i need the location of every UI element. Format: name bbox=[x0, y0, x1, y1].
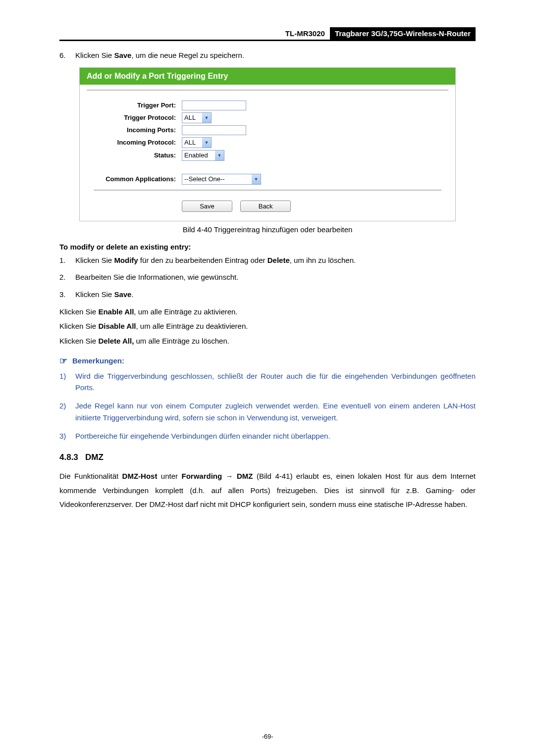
back-button[interactable]: Back bbox=[240, 201, 291, 212]
status-select[interactable]: Enabled ▼ bbox=[182, 150, 224, 161]
common-apps-value: --Select One-- bbox=[182, 175, 252, 183]
modify-heading: To modify or delete an existing entry: bbox=[59, 243, 476, 251]
dmz-paragraph: Die Funktionalität DMZ-Host unter Forwar… bbox=[59, 469, 476, 512]
row-status: Status: Enabled ▼ bbox=[87, 150, 448, 161]
step-6: 6. Klicken Sie Save, um die neue Regel z… bbox=[59, 50, 476, 61]
trigger-protocol-value: ALL bbox=[182, 114, 202, 121]
incoming-protocol-value: ALL bbox=[182, 139, 202, 146]
page-number: -69- bbox=[0, 733, 535, 740]
row-incoming-protocol: Incoming Protocol: ALL ▼ bbox=[87, 137, 448, 148]
figure-caption: Bild 4-40 Triggereintrag hinzufügen oder… bbox=[59, 225, 476, 234]
label-status: Status: bbox=[87, 151, 182, 159]
row-trigger-port: Trigger Port: bbox=[87, 101, 448, 110]
label-trigger-port: Trigger Port: bbox=[87, 101, 182, 109]
figure-body: Trigger Port: Trigger Protocol: ALL ▼ In… bbox=[80, 96, 455, 221]
label-common-apps: Common Applications: bbox=[87, 175, 182, 183]
modify-step-1: 1. Klicken Sie Modify für den zu bearbei… bbox=[59, 255, 476, 266]
chevron-down-icon: ▼ bbox=[202, 138, 211, 148]
label-trigger-protocol: Trigger Protocol: bbox=[87, 114, 182, 121]
modify-step-3: 3. Klicken Sie Save. bbox=[59, 289, 476, 301]
note-item: 3) Portbereiche für eingehende Verbindun… bbox=[59, 430, 476, 442]
notes-heading: ☞ Bemerkungen: bbox=[59, 355, 476, 366]
modify-step-2: 2. Bearbeiten Sie die Informationen, wie… bbox=[59, 272, 476, 283]
figure-separator bbox=[87, 90, 448, 91]
row-trigger-protocol: Trigger Protocol: ALL ▼ bbox=[87, 112, 448, 123]
hand-icon: ☞ bbox=[59, 355, 67, 366]
figure-title: Add or Modify a Port Triggering Entry bbox=[80, 68, 455, 85]
incoming-ports-input[interactable] bbox=[182, 125, 246, 135]
label-incoming-ports: Incoming Ports: bbox=[87, 126, 182, 134]
incoming-protocol-select[interactable]: ALL ▼ bbox=[182, 137, 212, 148]
page-header: TL-MR3020 Tragbarer 3G/3,75G-Wireless-N-… bbox=[59, 27, 476, 41]
common-apps-select[interactable]: --Select One-- ▼ bbox=[182, 174, 261, 185]
note-item: 2) Jede Regel kann nur von einem Compute… bbox=[59, 400, 476, 423]
chevron-down-icon: ▼ bbox=[252, 174, 261, 184]
figure-button-row: Save Back bbox=[87, 196, 448, 215]
row-incoming-ports: Incoming Ports: bbox=[87, 125, 448, 135]
note-item: 1) Wird die Triggerverbindung geschlosse… bbox=[59, 370, 476, 394]
trigger-port-input[interactable] bbox=[182, 101, 246, 110]
bulk-enable-all: Klicken Sie Enable All, um alle Einträge… bbox=[59, 306, 476, 317]
step-text: Klicken Sie Save, um die neue Regel zu s… bbox=[75, 50, 476, 61]
model-label: TL-MR3020 bbox=[285, 27, 330, 40]
row-common-apps: Common Applications: --Select One-- ▼ bbox=[87, 174, 448, 185]
step-number: 6. bbox=[59, 50, 75, 61]
notes-heading-text: Bemerkungen: bbox=[72, 356, 124, 365]
bulk-disable-all: Klicken Sie Disable All, um alle Einträg… bbox=[59, 320, 476, 332]
label-incoming-protocol: Incoming Protocol: bbox=[87, 139, 182, 146]
trigger-protocol-select[interactable]: ALL ▼ bbox=[182, 112, 212, 123]
figure-separator bbox=[94, 190, 441, 191]
section-heading: 4.8.3 DMZ bbox=[59, 453, 476, 462]
chevron-down-icon: ▼ bbox=[215, 151, 224, 160]
figure-port-triggering: Add or Modify a Port Triggering Entry Tr… bbox=[79, 67, 456, 221]
status-value: Enabled bbox=[182, 151, 215, 159]
notes-list: 1) Wird die Triggerverbindung geschlosse… bbox=[59, 370, 476, 442]
save-button[interactable]: Save bbox=[182, 201, 232, 212]
bulk-delete-all: Klicken Sie Delete All, um alle Einträge… bbox=[59, 335, 476, 347]
tagline-label: Tragbarer 3G/3,75G-Wireless-N-Router bbox=[330, 27, 476, 40]
chevron-down-icon: ▼ bbox=[202, 113, 211, 123]
